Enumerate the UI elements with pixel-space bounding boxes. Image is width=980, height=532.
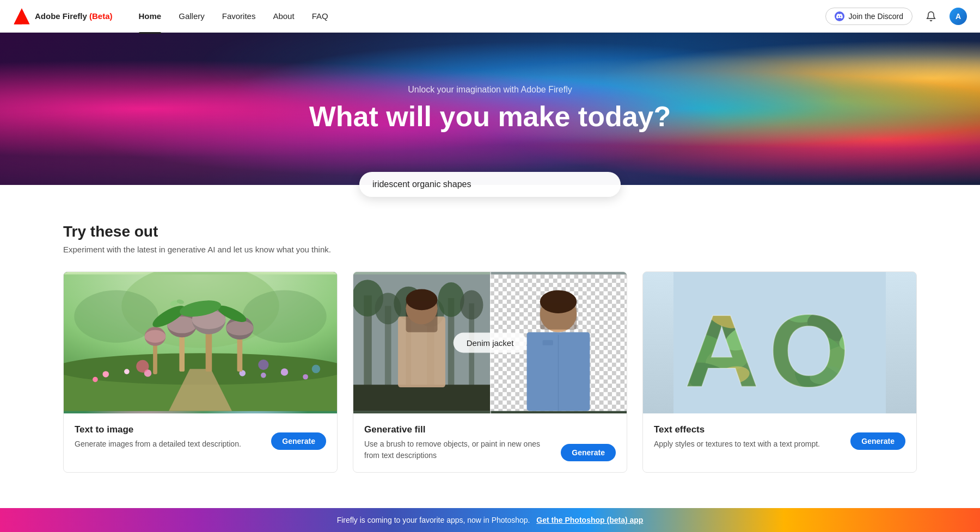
- svg-rect-54: [406, 301, 438, 332]
- svg-point-6: [242, 290, 326, 343]
- svg-point-34: [136, 360, 149, 373]
- card-text-effects-desc: Apply styles or textures to text with a …: [654, 438, 842, 450]
- discord-label: Join the Discord: [849, 12, 903, 21]
- card2-divider: [490, 272, 491, 413]
- svg-rect-63: [543, 340, 553, 345]
- svg-point-19: [145, 330, 166, 343]
- svg-text:A: A: [684, 293, 759, 408]
- section-title: Try these out: [63, 223, 917, 240]
- card-text-effects-body: Text effects Apply styles or textures to…: [643, 413, 916, 461]
- svg-point-14: [261, 373, 266, 378]
- card-text-effects: A O: [642, 271, 917, 473]
- card-text-to-image-image: [64, 272, 337, 413]
- fantasy-garden-illustration: [64, 272, 337, 413]
- card-generative-fill-title: Generative fill: [364, 424, 552, 435]
- svg-rect-50: [353, 385, 490, 411]
- nav-item-about[interactable]: About: [264, 9, 303, 23]
- navbar: Adobe Firefly (Beta) Home Gallery Favori…: [0, 0, 980, 33]
- generate-text-effects-button[interactable]: Generate: [850, 432, 905, 450]
- nav-menu: Home Gallery Favorites About FAQ: [130, 9, 337, 23]
- svg-point-15: [281, 368, 289, 376]
- nav-item-faq[interactable]: FAQ: [303, 9, 337, 23]
- hero-banner: Unlock your imagination with Adobe Firef…: [0, 33, 980, 185]
- card-generative-fill: Denim jacket Generative fill Use a brush…: [353, 271, 627, 473]
- hero-subtitle: Unlock your imagination with Adobe Firef…: [408, 85, 572, 95]
- svg-point-35: [258, 360, 268, 370]
- card-text-to-image: Text to image Generate images from a det…: [63, 271, 338, 473]
- card-text-effects-title: Text effects: [654, 424, 842, 435]
- card-text-effects-text: Text effects Apply styles or textures to…: [654, 424, 842, 450]
- svg-point-49: [460, 290, 483, 319]
- brand-name: Adobe Firefly (Beta): [35, 11, 113, 21]
- nav-item-home[interactable]: Home: [130, 9, 170, 23]
- card-generative-fill-body: Generative fill Use a brush to remove ob…: [353, 413, 627, 472]
- svg-point-16: [303, 374, 308, 380]
- search-input[interactable]: [359, 172, 621, 197]
- try-section: Try these out Experiment with the latest…: [0, 223, 980, 490]
- svg-point-9: [102, 371, 109, 378]
- text-effects-illustration: A O: [643, 272, 916, 413]
- search-container: [0, 172, 980, 197]
- generate-generative-fill-button[interactable]: Generate: [561, 444, 616, 461]
- card-generative-fill-desc: Use a brush to remove objects, or paint …: [364, 438, 552, 461]
- card-text-to-image-desc: Generate images from a detailed text des…: [75, 438, 262, 450]
- beta-label: (Beta): [89, 11, 113, 21]
- svg-text:O: O: [769, 293, 849, 408]
- svg-point-28: [226, 320, 253, 335]
- user-avatar[interactable]: A: [950, 8, 967, 25]
- logo[interactable]: Adobe Firefly (Beta): [13, 8, 113, 25]
- discord-button[interactable]: Join the Discord: [825, 8, 912, 25]
- card-text-to-image-text: Text to image Generate images from a det…: [75, 424, 262, 450]
- card-generative-fill-text: Generative fill Use a brush to remove ob…: [364, 424, 552, 461]
- svg-rect-66: [540, 304, 577, 330]
- navbar-right: Join the Discord A: [825, 7, 967, 26]
- svg-point-10: [124, 369, 130, 374]
- card-generative-fill-image: Denim jacket: [353, 272, 627, 413]
- discord-icon: [835, 11, 844, 21]
- svg-point-48: [438, 282, 464, 317]
- notifications-button[interactable]: [921, 7, 941, 26]
- card-text-to-image-body: Text to image Generate images from a det…: [64, 413, 337, 461]
- cards-grid: Text to image Generate images from a det…: [63, 271, 917, 473]
- svg-point-36: [312, 365, 320, 373]
- bell-icon: [926, 11, 936, 22]
- svg-point-12: [93, 377, 98, 382]
- generate-text-to-image-button[interactable]: Generate: [271, 432, 326, 450]
- nav-item-gallery[interactable]: Gallery: [170, 9, 213, 23]
- card-text-effects-image: A O: [643, 272, 916, 413]
- section-description: Experiment with the latest in generative…: [63, 245, 917, 254]
- nav-item-favorites[interactable]: Favorites: [213, 9, 265, 23]
- card-text-to-image-title: Text to image: [75, 424, 262, 435]
- hero-content: Unlock your imagination with Adobe Firef…: [0, 33, 980, 185]
- hero-title: What will you make today?: [309, 101, 671, 132]
- adobe-logo-icon: [13, 8, 30, 25]
